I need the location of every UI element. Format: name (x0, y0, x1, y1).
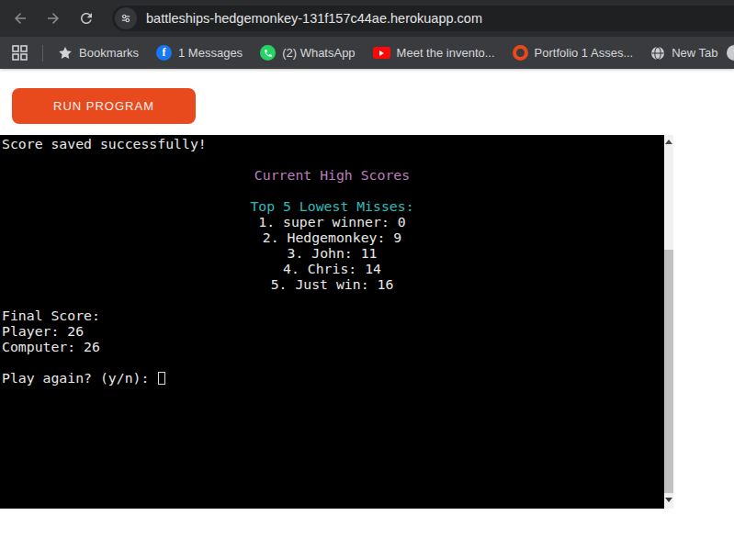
back-arrow-icon (12, 10, 28, 27)
bookmarks-bar: Bookmarks f 1 Messages (2) WhatsApp Meet… (0, 37, 734, 69)
terminal-line (0, 151, 664, 167)
bookmark-label: (2) WhatsApp (282, 46, 355, 60)
youtube-icon (373, 47, 390, 59)
terminal-screen[interactable]: Score saved successfully! Current High S… (0, 135, 664, 509)
facebook-icon: f (156, 45, 172, 61)
terminal-line (0, 183, 664, 198)
browser-toolbar: battleships-hedgemonkey-131f157c44ae.her… (0, 0, 734, 37)
terminal-line-score-3: 3. John: 11 (0, 245, 664, 261)
forward-button[interactable] (40, 6, 66, 31)
bookmark-label: Meet the invento... (397, 46, 495, 60)
bookmark-partial-icon[interactable] (727, 45, 734, 61)
site-settings-button[interactable] (115, 7, 137, 29)
terminal-cursor (158, 372, 165, 385)
terminal-line (0, 354, 664, 370)
prompt-text: Play again? (y/n): (2, 370, 157, 386)
whatsapp-icon (260, 45, 276, 61)
terminal-line-score-5: 5. Just win: 16 (0, 276, 664, 292)
terminal-scrollbar[interactable] (664, 135, 673, 509)
site-settings-icon (119, 12, 132, 25)
bookmark-new-tab[interactable]: New Tab (650, 46, 717, 61)
bookmark-bookmarks-folder[interactable]: Bookmarks (58, 46, 139, 61)
bookmark-label: Bookmarks (79, 46, 139, 60)
terminal-line-high-scores-title: Current High Scores (0, 167, 664, 183)
terminal-frame: Score saved successfully! Current High S… (0, 135, 673, 509)
scrollbar-up-arrow-icon[interactable] (665, 140, 672, 144)
globe-icon (650, 46, 665, 61)
terminal-line-player-score: Player: 26 (0, 323, 664, 339)
forward-arrow-icon (45, 10, 62, 27)
reload-icon (78, 10, 95, 27)
terminal-line-computer-score: Computer: 26 (0, 339, 664, 354)
terminal-line-score-1: 1. super winner: 0 (0, 214, 664, 230)
portfolio-ring-icon (513, 45, 528, 61)
address-bar[interactable]: battleships-hedgemonkey-131f157c44ae.her… (112, 6, 734, 31)
scrollbar-down-arrow-icon[interactable] (665, 498, 672, 502)
scrollbar-thumb[interactable] (664, 250, 673, 493)
terminal-line-final-score: Final Score: (0, 308, 664, 323)
back-button[interactable] (7, 6, 33, 31)
bookmark-label: Portfolio 1 Asses... (535, 46, 634, 60)
bookmark-messages[interactable]: f 1 Messages (156, 45, 243, 61)
bookmark-label: 1 Messages (178, 46, 243, 60)
terminal-line-score-4: 4. Chris: 14 (0, 261, 664, 276)
reload-button[interactable] (73, 6, 99, 31)
bookmark-portfolio-assessment[interactable]: Portfolio 1 Asses... (513, 45, 634, 61)
run-program-button[interactable]: RUN PROGRAM (12, 88, 196, 124)
bookmarks-divider (42, 45, 43, 62)
bookmark-whatsapp[interactable]: (2) WhatsApp (260, 45, 355, 61)
bookmark-meet-the-inventor[interactable]: Meet the invento... (373, 46, 495, 60)
apps-grid-icon[interactable] (12, 45, 28, 61)
bookmark-label: New Tab (672, 46, 717, 60)
terminal-line-play-again-prompt: Play again? (y/n): (0, 370, 664, 386)
terminal-line (0, 292, 664, 308)
terminal-line-score-2: 2. Hedgemonkey: 9 (0, 230, 664, 245)
star-icon (58, 46, 73, 61)
terminal-line: Score saved successfully! (0, 136, 664, 151)
url-text: battleships-hedgemonkey-131f157c44ae.her… (146, 11, 482, 26)
terminal-line-top5-heading: Top 5 Lowest Misses: (0, 198, 664, 214)
